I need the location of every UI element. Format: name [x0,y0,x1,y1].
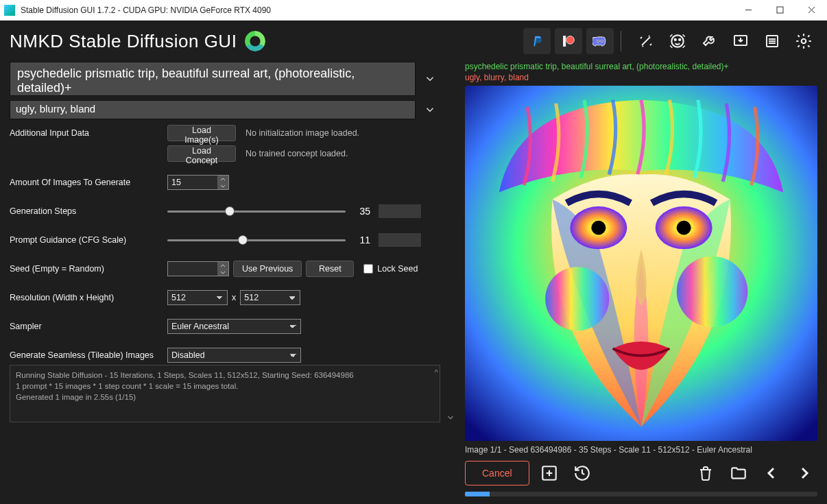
sampler-select[interactable]: Euler Ancestral [167,319,301,334]
log-line: 1 prompt * 15 images * 1 step count * 1 … [16,381,434,392]
progress-bar [465,492,817,496]
delete-icon[interactable] [693,461,719,485]
res-x-label: x [232,293,236,302]
echo-positive: psychedelic prismatic trip, beautiful su… [465,62,817,73]
save-plus-icon[interactable] [536,461,562,485]
use-previous-seed-button[interactable]: Use Previous [233,261,302,277]
log-scroll-indicator: ^ [435,367,438,378]
svg-rect-1 [777,7,783,13]
cancel-button[interactable]: Cancel [465,461,529,485]
prompt-echo: psychedelic prismatic trip, beautiful su… [465,62,817,83]
res-width-select[interactable]: 512 [167,290,228,305]
image-info: Image 1/1 - Seed 636494986 - 35 Steps - … [465,445,817,455]
wrench-icon[interactable] [695,28,723,54]
negative-prompt-input[interactable] [10,100,416,119]
svg-point-21 [591,221,606,235]
left-panel-scroll[interactable] [446,62,455,422]
app-header: NMKD Stable Diffusion GUI [0,21,827,62]
next-image-icon[interactable] [791,461,817,485]
svg-point-5 [566,36,575,45]
app-icon [4,5,15,16]
seamless-label: Generate Seamless (Tileable) Images [10,350,167,360]
patreon-icon[interactable] [555,28,582,54]
log-output: Running Stable Diffusion - 15 Iterations… [10,365,440,422]
lock-seed-checkbox[interactable] [363,264,373,274]
preview-panel: psychedelic prismatic trip, beautiful su… [465,62,817,496]
maximize-button[interactable] [764,0,795,21]
svg-point-7 [601,40,603,43]
additional-input-label: Additional Input Data [10,128,167,138]
res-height-select[interactable]: 512 [240,290,300,305]
progress-fill [465,492,490,496]
steps-slider[interactable] [167,211,346,213]
seed-label: Seed (Empty = Random) [10,264,167,274]
face-fix-icon[interactable] [664,28,691,54]
load-concept-status: No trained concept loaded. [245,149,348,158]
image-preview[interactable] [465,86,817,441]
lock-seed-label: Lock Seed [377,264,418,274]
svg-point-22 [677,221,691,235]
app-title: NMKD Stable Diffusion GUI [10,31,237,52]
sampler-label: Sampler [10,322,167,331]
magic-wand-icon[interactable] [632,28,660,54]
reset-seed-button[interactable]: Reset [306,261,354,277]
seamless-select[interactable]: Disabled [167,348,301,363]
load-images-status: No initialization image loaded. [245,128,359,138]
amount-spinner-arrows[interactable] [217,176,228,189]
cfg-label: Prompt Guidance (CFG Scale) [10,235,167,245]
header-divider [621,31,621,51]
cfg-extra-box[interactable] [379,233,421,247]
history-icon[interactable] [569,461,595,485]
steps-extra-box[interactable] [379,204,421,218]
expand-negative-prompt[interactable] [420,100,440,119]
svg-point-11 [679,39,680,40]
steps-label: Generation Steps [10,206,167,216]
close-button[interactable] [795,0,827,21]
log-line: Generated 1 image in 2.55s (1/15) [16,392,434,403]
amount-label: Amount Of Images To Generate [10,178,167,187]
positive-prompt-input[interactable] [10,62,416,96]
svg-point-9 [671,35,683,47]
generated-image [465,86,817,441]
svg-point-6 [597,40,599,43]
list-icon[interactable] [758,28,786,54]
open-folder-icon[interactable] [726,461,752,485]
settings-gear-icon[interactable] [790,28,817,54]
preview-toolbar: Cancel [465,459,817,488]
svg-point-10 [675,39,676,40]
titlebar: Stable Diffusion GUI 1.7.2 - CUDA GPU: N… [0,0,827,21]
load-images-button[interactable]: Load Image(s) [167,125,236,141]
resolution-label: Resolution (Width x Height) [10,293,167,302]
svg-point-17 [802,39,806,44]
echo-negative: ugly, blurry, bland [465,73,817,84]
svg-point-24 [677,256,748,328]
window-title: Stable Diffusion GUI 1.7.2 - CUDA GPU: N… [21,5,732,15]
paypal-icon[interactable] [523,28,551,54]
logo-icon [245,31,265,51]
discord-icon[interactable] [586,28,614,54]
load-concept-button[interactable]: Load Concept [167,145,236,162]
left-panel: Additional Input Data Load Image(s) No i… [10,62,455,496]
seed-spinner-arrows[interactable] [217,262,228,276]
lock-seed-checkbox-wrap[interactable]: Lock Seed [363,264,418,274]
log-line: Running Stable Diffusion - 15 Iterations… [16,370,434,381]
svg-point-23 [545,267,609,331]
steps-value: 35 [354,206,370,217]
expand-positive-prompt[interactable] [420,62,440,96]
svg-line-8 [642,37,650,45]
svg-rect-4 [564,36,566,47]
prev-image-icon[interactable] [758,461,784,485]
cfg-value: 11 [354,235,370,245]
download-model-icon[interactable] [727,28,754,54]
cfg-slider[interactable] [167,239,346,241]
minimize-button[interactable] [732,0,764,21]
